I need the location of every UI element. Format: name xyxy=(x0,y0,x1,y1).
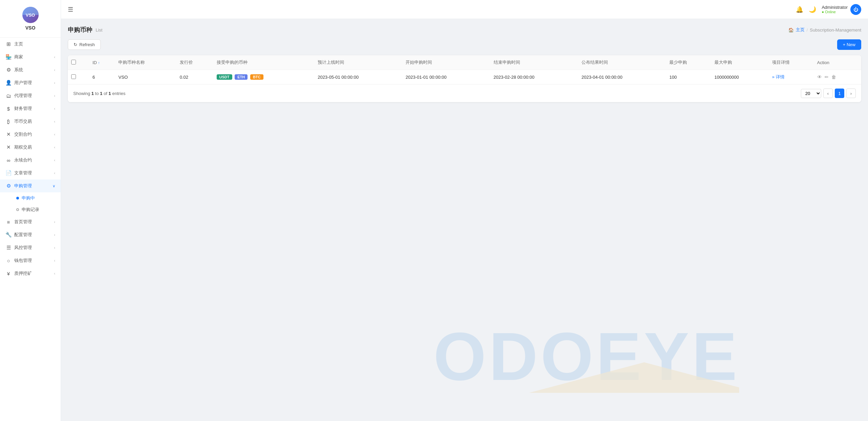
sidebar-label-merchant: 商家 xyxy=(14,54,23,60)
sidebar-item-config-mgmt[interactable]: 🔧 配置管理 ‹ xyxy=(0,228,61,241)
col-publish-time: 公布结果时间 xyxy=(578,55,666,70)
row-publish-time: 2023-04-01 00:00:00 xyxy=(578,70,666,84)
sidebar-label-subscription-mgmt: 申购管理 xyxy=(14,183,32,189)
next-page-button[interactable]: › xyxy=(846,89,856,98)
col-start-time: 开始申购时间 xyxy=(402,55,490,70)
showing-to: 1 xyxy=(100,91,102,96)
main-area: ☰ 🔔 🌙 Administrator ● Online ⏻ xyxy=(61,0,868,421)
col-end-time: 结束申购时间 xyxy=(490,55,578,70)
prev-page-button[interactable]: ‹ xyxy=(823,89,833,98)
row-select-checkbox[interactable] xyxy=(71,74,76,79)
user-name: Administrator xyxy=(822,5,848,10)
sidebar-item-active-subscription[interactable]: 申购中 xyxy=(11,192,61,204)
wallet-icon: ○ xyxy=(5,258,12,264)
sidebar-label-agent-mgmt: 代理管理 xyxy=(14,93,32,99)
col-checkbox xyxy=(68,55,89,70)
sidebar-item-merchant[interactable]: 🏪 商家 ‹ xyxy=(0,51,61,63)
sidebar-label-user-mgmt: 用户管理 xyxy=(14,80,32,86)
sidebar-item-home[interactable]: ⊞ 主页 xyxy=(0,38,61,51)
row-accepted-coins: USDT ETH BTC xyxy=(213,70,314,84)
col-max-sub: 最大申购 xyxy=(711,55,769,70)
user-avatar[interactable]: ⏻ xyxy=(850,4,861,15)
home-mgmt-icon: ≡ xyxy=(5,219,12,225)
showing-text: Showing 1 to 1 of 1 entries xyxy=(73,91,125,96)
page-size-select[interactable]: 20 50 100 xyxy=(801,89,821,98)
chevron-right-icon: ‹ xyxy=(54,171,55,175)
tag-btc: BTC xyxy=(250,74,263,80)
sidebar-label-subscription-history: 申购记录 xyxy=(22,207,39,213)
sidebar-item-system[interactable]: ⚙ 系统 ‹ xyxy=(0,63,61,76)
sidebar-label-wallet-mgmt: 钱包管理 xyxy=(14,257,32,264)
risk-icon: ☰ xyxy=(5,245,12,251)
row-actions: 👁 ✏ 🗑 xyxy=(814,70,861,84)
sidebar-logo: VSO VSO xyxy=(0,0,61,38)
col-accepted-coins: 接受申购的币种 xyxy=(213,55,314,70)
sidebar-item-futures-trade[interactable]: ✕ 期权交易 ‹ xyxy=(0,141,61,154)
theme-toggle-icon[interactable]: 🌙 xyxy=(809,6,816,13)
contract-icon: ✕ xyxy=(5,131,12,137)
hamburger-icon[interactable]: ☰ xyxy=(68,6,73,13)
article-icon: 📄 xyxy=(5,170,12,176)
logo-text: VSO xyxy=(25,25,36,31)
toolbar: ↻ Refresh + New xyxy=(68,39,861,50)
active-dot-icon xyxy=(16,197,19,199)
sidebar-label-coin-trade: 币币交易 xyxy=(14,118,32,125)
svg-marker-1 xyxy=(529,362,739,393)
system-icon: ⚙ xyxy=(5,67,12,73)
topbar: ☰ 🔔 🌙 Administrator ● Online ⏻ xyxy=(61,0,868,19)
subscription-sub-menu: 申购中 申购记录 xyxy=(0,192,61,215)
finance-icon: $ xyxy=(5,106,12,112)
sidebar: VSO VSO ⊞ 主页 🏪 商家 ‹ ⚙ 系统 ‹ xyxy=(0,0,61,421)
sidebar-item-finance-mgmt[interactable]: $ 财务管理 ‹ xyxy=(0,102,61,115)
content-area: ODOEYE 申购币种 List 🏠 主页 / Subscr xyxy=(61,19,868,421)
sidebar-label-home-mgmt: 首页管理 xyxy=(14,219,32,225)
sidebar-item-risk-ctrl[interactable]: ☰ 风控管理 ‹ xyxy=(0,241,61,254)
data-table: ID ↑ 申购币种名称 发行价 接受申购的币种 预计上线时间 开始申购时间 结束… xyxy=(68,55,861,102)
sidebar-item-user-mgmt[interactable]: 👤 用户管理 ‹ xyxy=(0,76,61,89)
sidebar-item-article-mgmt[interactable]: 📄 文章管理 ‹ xyxy=(0,167,61,179)
sidebar-item-home-mgmt[interactable]: ≡ 首页管理 ‹ xyxy=(0,215,61,228)
logo-icon: VSO xyxy=(22,7,39,23)
new-button[interactable]: + New xyxy=(837,39,861,50)
page-1-button[interactable]: 1 xyxy=(835,89,844,98)
table-row: 6 VSO 0.02 USDT ETH BTC 2023-05-01 00:00… xyxy=(68,70,861,84)
page-header: 申购币种 List 🏠 主页 / Subscription-Management xyxy=(68,26,861,34)
user-info: Administrator ● Online ⏻ xyxy=(822,4,861,15)
refresh-icon: ↻ xyxy=(74,42,77,47)
table-header-row: ID ↑ 申购币种名称 发行价 接受申购的币种 预计上线时间 开始申购时间 结束… xyxy=(68,55,861,70)
col-detail: 项目详情 xyxy=(769,55,814,70)
notification-icon[interactable]: 🔔 xyxy=(796,6,803,13)
sidebar-item-agent-mgmt[interactable]: 🗂 代理管理 ‹ xyxy=(0,89,61,102)
delete-icon[interactable]: 🗑 xyxy=(831,74,836,80)
detail-link[interactable]: » 详情 xyxy=(772,74,785,79)
view-icon[interactable]: 👁 xyxy=(817,74,822,80)
refresh-button[interactable]: ↻ Refresh xyxy=(68,39,101,50)
user-icon: 👤 xyxy=(5,80,12,86)
merchant-icon: 🏪 xyxy=(5,54,12,60)
table-footer: Showing 1 to 1 of 1 entries 20 50 100 ‹ … xyxy=(68,84,861,102)
row-checkbox xyxy=(68,70,89,84)
edit-icon[interactable]: ✏ xyxy=(825,74,829,80)
row-min-sub: 100 xyxy=(666,70,711,84)
sidebar-label-active-subscription: 申购中 xyxy=(22,195,35,201)
sidebar-item-subscription-history[interactable]: 申购记录 xyxy=(11,204,61,215)
sidebar-item-coin-trade[interactable]: ₿ 币币交易 ‹ xyxy=(0,115,61,128)
sidebar-item-contract-trade[interactable]: ✕ 交割合约 ‹ xyxy=(0,128,61,141)
select-all-checkbox[interactable] xyxy=(71,60,76,64)
breadcrumb-home-link[interactable]: 主页 xyxy=(796,27,805,33)
chevron-right-icon: ‹ xyxy=(54,94,55,98)
chevron-right-icon: ‹ xyxy=(54,107,55,111)
chevron-right-icon: ‹ xyxy=(54,68,55,72)
sidebar-item-perpetual[interactable]: ∞ 永续合约 ‹ xyxy=(0,154,61,167)
sidebar-label-finance-mgmt: 财务管理 xyxy=(14,106,32,112)
sidebar-item-wallet-mgmt[interactable]: ○ 钱包管理 ‹ xyxy=(0,254,61,267)
sidebar-label-perpetual: 永续合约 xyxy=(14,157,32,163)
sidebar-item-mining[interactable]: ¥ 质押挖矿 ‹ xyxy=(0,267,61,280)
chevron-right-icon: ‹ xyxy=(54,55,55,59)
chevron-right-icon: ‹ xyxy=(54,158,55,162)
row-price: 0.02 xyxy=(176,70,213,84)
chevron-right-icon: ‹ xyxy=(54,259,55,263)
power-icon: ⏻ xyxy=(853,7,858,12)
sidebar-item-subscription-mgmt[interactable]: ⚙ 申购管理 ∨ xyxy=(0,179,61,192)
sidebar-label-home: 主页 xyxy=(14,41,23,47)
